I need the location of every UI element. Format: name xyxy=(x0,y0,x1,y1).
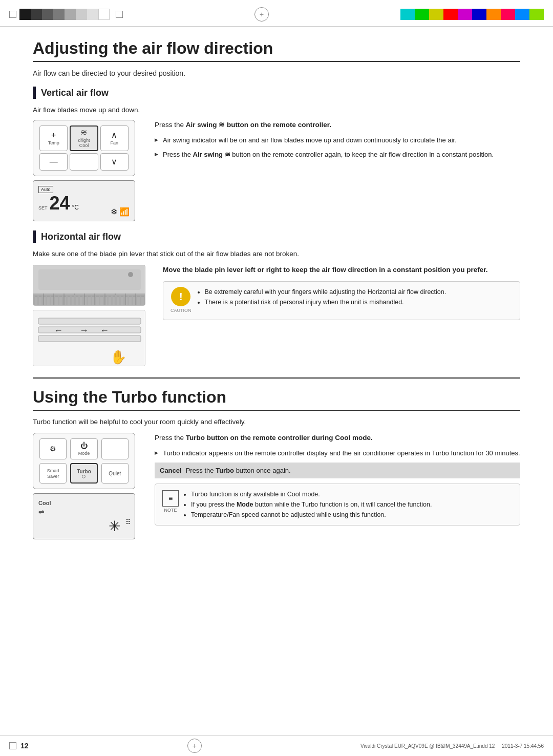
note-document-icon: ≡ xyxy=(168,493,173,504)
svg-point-14 xyxy=(128,272,133,277)
footer-left: 12 xyxy=(9,742,29,750)
registration-mark-bottom xyxy=(187,739,202,753)
color-swatches-left xyxy=(19,9,110,20)
turbo-label: Turbo xyxy=(77,469,91,474)
chevron-up-icon: ∧ xyxy=(111,131,117,139)
swatch-7 xyxy=(87,9,98,20)
footer-file-info: Vivaldi Crystal EUR_AQV09E @ IB&IM_32449… xyxy=(360,743,544,749)
turbo-title: Using the Turbo function xyxy=(33,388,520,411)
file-info-text: Vivaldi Crystal EUR_AQV09E @ IB&IM_32449… xyxy=(360,743,495,749)
turbo-press-line: Press the Turbo button on the remote con… xyxy=(155,433,520,443)
vertical-airflow-section: Vertical air flow Air flow blades move u… xyxy=(33,87,520,221)
vertical-airflow-heading: Vertical air flow xyxy=(33,87,520,99)
color-orange xyxy=(486,9,501,20)
note-box: ≡ NOTE Turbo function is only available … xyxy=(155,484,520,526)
svg-text:←: ← xyxy=(54,325,63,335)
turbo-btn-turbo: Turbo ⬡ xyxy=(70,463,97,484)
turbo-btn-power: ⏻ Mode xyxy=(70,438,97,459)
blade-svg: ← → ← ✋ xyxy=(33,310,145,366)
adjusting-section: Adjusting the air flow direction Air flo… xyxy=(33,39,520,366)
swatch-4 xyxy=(53,9,65,20)
haf-images-col: ← → ← ✋ Blade pin lever xyxy=(33,265,151,366)
temp-value: 24 xyxy=(50,194,70,213)
snowflake-turbo-icon: ✳ xyxy=(109,518,120,534)
adjusting-intro: Air flow can be directed to your desired… xyxy=(33,69,520,77)
remote-diagram-vaf: + Temp ≋ d'lightCool ∧ Fan xyxy=(33,120,140,221)
horizontal-airflow-layout: ← → ← ✋ Blade pin lever Move the blade p… xyxy=(33,265,520,366)
vertical-airflow-layout: + Temp ≋ d'lightCool ∧ Fan xyxy=(33,120,520,221)
turbo-btn-gear: ⚙ xyxy=(39,438,67,459)
turbo-layout: ⚙ ⏻ Mode SmartSaver Turbo ⬡ xyxy=(33,433,520,539)
dlight-cool-label: d'lightCool xyxy=(78,138,90,148)
transfer-icon: ⇌ xyxy=(38,508,45,516)
remote-buttons-grid: + Temp ≋ d'lightCool ∧ Fan xyxy=(38,124,130,172)
haf-right-col: Move the blade pin lever left or right t… xyxy=(163,265,520,366)
vertical-airflow-label: Vertical air flow xyxy=(41,88,109,98)
turbo-btn-empty xyxy=(101,438,129,459)
note-text: Turbo function is only available in Cool… xyxy=(184,489,432,520)
color-red xyxy=(443,9,458,20)
signal-icon: 📶 xyxy=(119,207,130,216)
turbo-bullet-1: Turbo indicator appears on the remote co… xyxy=(155,448,520,458)
footer-center xyxy=(187,739,202,753)
page-number: 12 xyxy=(20,742,29,750)
turbo-btn-icon: ⬡ xyxy=(82,474,86,479)
section-divider xyxy=(33,377,520,379)
caution-label: CAUTION xyxy=(171,307,192,314)
svg-rect-13 xyxy=(38,269,141,290)
caution-box: ! CAUTION Be extremely careful with your… xyxy=(163,281,520,320)
svg-rect-18 xyxy=(38,335,141,342)
remote-top-panel: + Temp ≋ d'lightCool ∧ Fan xyxy=(33,120,135,176)
remote-display-panel: Auto SET 24 °C ❄ 📶 xyxy=(33,180,135,221)
remote-btn-plus: + Temp xyxy=(39,125,68,151)
svg-text:←: ← xyxy=(100,325,109,335)
caution-bullet-2: There is a potential risk of personal in… xyxy=(205,297,446,307)
display-icons: ❄ 📶 xyxy=(111,207,130,217)
registration-mark-center xyxy=(254,7,269,22)
color-lightblue xyxy=(515,9,529,20)
main-content: Adjusting the air flow direction Air flo… xyxy=(0,27,553,557)
corner-mark-tr-inner xyxy=(116,11,123,18)
turbo-section: Using the Turbo function Turbo function … xyxy=(33,388,520,539)
note-icon: ≡ xyxy=(162,490,179,507)
svg-rect-16 xyxy=(38,318,141,324)
color-swatches-right xyxy=(400,9,544,20)
horizontal-airflow-heading: Horizontal air flow xyxy=(33,230,520,243)
fan-icon-big: ✳ ⠿ xyxy=(109,514,131,536)
turbo-btn-smart: SmartSaver xyxy=(39,463,67,484)
color-cyan xyxy=(400,9,415,20)
horizontal-airflow-label: Horizontal air flow xyxy=(41,232,121,242)
corner-mark-bl xyxy=(9,742,16,749)
haf-instruction-bold: Move the blade pin lever left or right t… xyxy=(163,265,520,275)
color-blue xyxy=(472,9,486,20)
airswing-icon: ≋ xyxy=(80,129,87,137)
auto-label: Auto xyxy=(38,186,53,193)
vaf-bullet-list: Air swing indicator will be on and air f… xyxy=(155,135,520,159)
note-label: NOTE xyxy=(164,507,177,514)
turbo-buttons-grid: ⚙ ⏻ Mode SmartSaver Turbo ⬡ xyxy=(38,437,130,485)
corner-mark-tl xyxy=(9,11,16,18)
quiet-label: Quiet xyxy=(109,471,121,476)
color-lime xyxy=(529,9,544,20)
swatch-2 xyxy=(31,9,42,20)
vertical-airflow-description: Air flow blades move up and down. xyxy=(33,106,520,114)
swatch-6 xyxy=(76,9,87,20)
turbo-bullet-list: Turbo indicator appears on the remote co… xyxy=(155,448,520,458)
swatch-1 xyxy=(19,9,31,20)
caution-exclamation: ! xyxy=(179,289,183,304)
color-yellow xyxy=(429,9,443,20)
horizontal-airflow-description: Make sure one of the blade pin lever tha… xyxy=(33,250,520,258)
swatch-5 xyxy=(65,9,76,20)
remote-btn-fan-up: ∧ Fan xyxy=(100,125,129,151)
signal-turbo-icon: ⠿ xyxy=(125,518,131,526)
color-green xyxy=(415,9,429,20)
adjusting-title: Adjusting the air flow direction xyxy=(33,39,520,62)
remote-btn-airswing: ≋ d'lightCool xyxy=(70,125,98,151)
caution-bullet-1: Be extremely careful with your fingers w… xyxy=(205,287,446,297)
date-info-text: 2011-3-7 15:44:56 xyxy=(502,743,544,749)
cancel-row: Cancel Press the Turbo button once again… xyxy=(155,463,520,479)
note-bullet-1: Turbo function is only available in Cool… xyxy=(191,489,432,499)
color-magenta xyxy=(458,9,472,20)
snowflake-icon: ❄ xyxy=(111,207,117,216)
turbo-remote-diagram: ⚙ ⏻ Mode SmartSaver Turbo ⬡ xyxy=(33,433,140,539)
